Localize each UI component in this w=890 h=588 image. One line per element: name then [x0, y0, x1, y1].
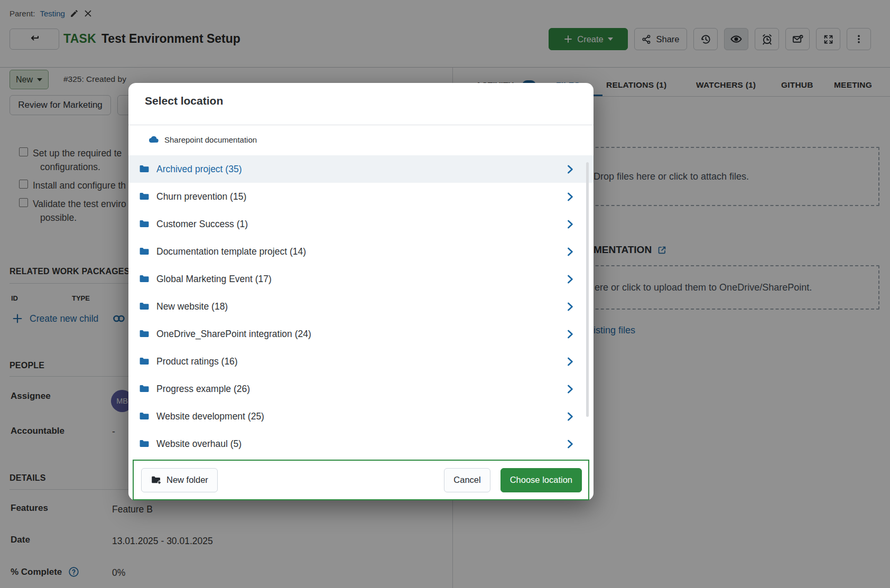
- folder-label: Global Marketing Event (17): [156, 274, 272, 285]
- folder-icon: [138, 410, 150, 422]
- folder-icon: [138, 301, 150, 312]
- cancel-button[interactable]: Cancel: [444, 468, 490, 492]
- new-folder-button[interactable]: New folder: [141, 468, 218, 492]
- folder-label: OneDrive_SharePoint integration (24): [156, 329, 311, 340]
- chevron-right-icon[interactable]: [564, 411, 576, 422]
- folder-row[interactable]: Website overhaul (5): [128, 430, 594, 458]
- folder-list: Archived project (35) Churn prevention (…: [128, 155, 594, 458]
- chevron-right-icon[interactable]: [564, 356, 576, 367]
- folder-icon: [138, 273, 150, 285]
- dialog-title: Select location: [145, 95, 223, 107]
- storage-breadcrumb[interactable]: Sharepoint documentation: [148, 134, 257, 145]
- folder-icon: [138, 163, 150, 175]
- chevron-right-icon[interactable]: [564, 164, 576, 175]
- choose-location-button[interactable]: Choose location: [500, 468, 582, 492]
- folder-label: Progress example (26): [156, 384, 250, 395]
- chevron-right-icon[interactable]: [564, 301, 576, 312]
- folder-row[interactable]: Archived project (35): [128, 155, 594, 183]
- folder-row[interactable]: Product ratings (16): [128, 348, 594, 375]
- folder-icon: [138, 218, 150, 230]
- app-window: Parent: Testing TASK Test Environment Se…: [0, 0, 890, 588]
- folder-label: Website development (25): [156, 411, 264, 422]
- folder-row[interactable]: Global Marketing Event (17): [128, 265, 594, 293]
- folder-row[interactable]: New website (18): [128, 293, 594, 320]
- folder-row[interactable]: OneDrive_SharePoint integration (24): [128, 320, 594, 348]
- folder-label: Documentation template project (14): [156, 246, 306, 257]
- chevron-right-icon[interactable]: [564, 191, 576, 202]
- folder-icon: [138, 356, 150, 367]
- chevron-right-icon[interactable]: [564, 438, 576, 450]
- cloud-icon: [148, 134, 160, 145]
- folder-row[interactable]: Customer Success (1): [128, 210, 594, 238]
- chevron-right-icon[interactable]: [564, 274, 576, 285]
- folder-label: New website (18): [156, 301, 228, 312]
- folder-row[interactable]: Documentation template project (14): [128, 238, 594, 265]
- folder-icon: [138, 383, 150, 395]
- folder-icon: [138, 328, 150, 340]
- folder-icon: [138, 438, 150, 450]
- folder-row[interactable]: Churn prevention (15): [128, 183, 594, 210]
- chevron-right-icon[interactable]: [564, 246, 576, 257]
- folder-label: Churn prevention (15): [156, 191, 246, 202]
- dialog-header-divider: [128, 125, 594, 125]
- folder-label: Product ratings (16): [156, 356, 238, 367]
- chevron-right-icon[interactable]: [564, 384, 576, 395]
- folder-plus-icon: [151, 474, 162, 486]
- list-scrollbar[interactable]: [586, 162, 589, 417]
- folder-label: Archived project (35): [156, 164, 242, 175]
- chevron-right-icon[interactable]: [564, 219, 576, 230]
- folder-row[interactable]: Progress example (26): [128, 375, 594, 403]
- select-location-dialog: Select location Sharepoint documentation…: [128, 83, 594, 500]
- folder-label: Website overhaul (5): [156, 438, 242, 450]
- dialog-footer: New folder Cancel Choose location: [133, 460, 589, 500]
- folder-row[interactable]: Website development (25): [128, 403, 594, 430]
- folder-icon: [138, 246, 150, 257]
- folder-label: Customer Success (1): [156, 219, 248, 230]
- chevron-right-icon[interactable]: [564, 329, 576, 340]
- folder-icon: [138, 191, 150, 202]
